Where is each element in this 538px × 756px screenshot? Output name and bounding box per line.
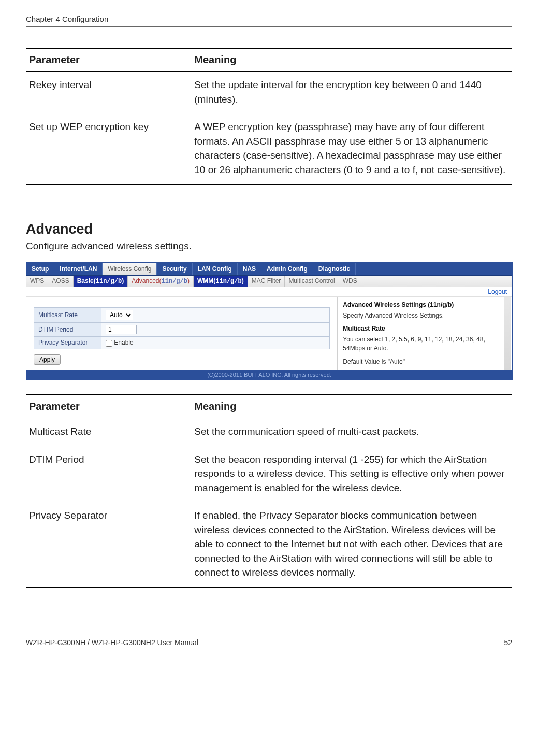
section-heading-advanced: Advanced	[26, 221, 512, 237]
subtab-multicast-control[interactable]: Multicast Control	[285, 276, 339, 287]
subtab-wmm-close: )	[242, 277, 244, 284]
help-text: Specify Advanced Wireless Settings.	[343, 311, 507, 320]
subtab-wps[interactable]: WPS	[26, 276, 48, 287]
dtim-period-label: DTIM Period	[34, 323, 101, 337]
subtab-wmm-mono: 11n/g/b	[215, 278, 241, 285]
subtab-aoss[interactable]: AOSS	[48, 276, 73, 287]
tab-wireless-config[interactable]: Wireless Config	[103, 263, 157, 275]
chapter-header: Chapter 4 Configuration	[26, 15, 512, 27]
subtab-basic[interactable]: Basic(11n/g/b)	[74, 276, 128, 287]
router-admin-screenshot: Setup Internet/LAN Wireless Config Secur…	[26, 262, 513, 380]
apply-button[interactable]: Apply	[34, 354, 61, 365]
col-meaning: Meaning	[191, 395, 512, 418]
privacy-separator-label: Privacy Separator	[34, 337, 101, 349]
footer-page-number: 52	[504, 638, 512, 647]
tab-nas[interactable]: NAS	[238, 263, 261, 275]
param-label: Multicast Rate	[26, 418, 191, 446]
subtab-mac-filter[interactable]: MAC Filter	[248, 276, 285, 287]
tab-security[interactable]: Security	[157, 263, 192, 275]
table-row: Rekey interval Set the update interval f…	[26, 72, 512, 114]
param-label: Set up WEP encryption key	[26, 113, 191, 184]
privacy-separator-enable-label: Enable	[114, 339, 133, 346]
subtab-wmm[interactable]: WMM(11n/g/b)	[194, 276, 248, 287]
subtab-wmm-label: WMM(	[197, 277, 215, 284]
param-label: DTIM Period	[26, 446, 191, 503]
scrollbar[interactable]	[504, 297, 511, 370]
param-label: Rekey interval	[26, 72, 191, 114]
dtim-period-input[interactable]	[106, 325, 137, 334]
table-row: Set up WEP encryption key A WEP encrypti…	[26, 113, 512, 184]
col-parameter: Parameter	[26, 395, 191, 418]
param-table-1: Parameter Meaning Rekey interval Set the…	[26, 48, 512, 185]
param-label: Privacy Separator	[26, 502, 191, 588]
subtab-basic-label: Basic(	[77, 277, 96, 284]
param-meaning: A WEP encryption key (passphrase) may ha…	[191, 113, 512, 184]
tab-setup[interactable]: Setup	[26, 263, 54, 275]
table-row: Multicast Rate Set the communication spe…	[26, 418, 512, 446]
tab-diagnostic[interactable]: Diagnostic	[313, 263, 356, 275]
main-tab-bar: Setup Internet/LAN Wireless Config Secur…	[26, 263, 512, 276]
multicast-rate-select[interactable]: Auto	[106, 310, 133, 320]
tab-internet-lan[interactable]: Internet/LAN	[54, 263, 103, 275]
param-meaning: If enabled, the Privacy Separator blocks…	[191, 502, 512, 588]
subtab-adv-label: Advanced(	[132, 277, 161, 284]
col-meaning: Meaning	[191, 48, 512, 72]
param-meaning: Set the communication speed of multi-cas…	[191, 418, 512, 446]
help-text: You can select 1, 2, 5.5, 6, 9, 11, 12, …	[343, 335, 507, 352]
help-pane: Advanced Wireless Settings (11n/g/b) Spe…	[337, 297, 512, 370]
param-table-2: Parameter Meaning Multicast Rate Set the…	[26, 394, 512, 588]
multicast-rate-label: Multicast Rate	[34, 308, 101, 323]
help-heading-multicast: Multicast Rate	[343, 325, 507, 332]
param-meaning: Set the beacon responding interval (1 -2…	[191, 446, 512, 503]
privacy-separator-checkbox[interactable]	[106, 340, 112, 347]
sub-tab-bar: WPS AOSS Basic(11n/g/b) Advanced(11n/g/b…	[26, 276, 512, 287]
tab-admin-config[interactable]: Admin Config	[261, 263, 313, 275]
settings-pane: Multicast Rate Auto DTIM Period Privacy …	[26, 297, 337, 370]
subtab-advanced[interactable]: Advanced(11n/g/b)	[128, 276, 194, 287]
logout-link[interactable]: Logout	[488, 288, 507, 295]
tab-lan-config[interactable]: LAN Config	[193, 263, 238, 275]
subtab-wds[interactable]: WDS	[339, 276, 361, 287]
col-parameter: Parameter	[26, 48, 191, 72]
section-subtitle: Configure advanced wireless settings.	[26, 240, 512, 252]
help-heading-advanced-wireless: Advanced Wireless Settings (11n/g/b)	[343, 301, 507, 308]
subtab-basic-mono: 11n/g/b	[96, 278, 122, 285]
footer-manual-title: WZR-HP-G300NH / WZR-HP-G300NH2 User Manu…	[26, 638, 198, 647]
subtab-adv-close: )	[187, 277, 190, 284]
help-text: Default Value is "Auto"	[343, 358, 507, 366]
table-row: DTIM Period Set the beacon responding in…	[26, 446, 512, 503]
param-meaning: Set the update interval for the encrypti…	[191, 72, 512, 114]
copyright-text: (C)2000-2011 BUFFALO INC. All rights res…	[135, 372, 404, 378]
subtab-basic-close: )	[122, 277, 124, 284]
page-footer: WZR-HP-G300NH / WZR-HP-G300NH2 User Manu…	[26, 635, 512, 647]
table-row: Privacy Separator If enabled, the Privac…	[26, 502, 512, 588]
subtab-adv-mono: 11n/g/b	[162, 278, 187, 285]
